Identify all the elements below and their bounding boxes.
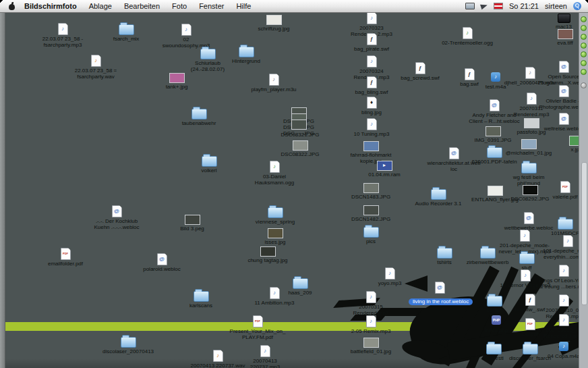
desktop-icon[interactable]: ♪20070315 Rendered.mp3 — [340, 291, 402, 316]
desktop-icon[interactable]: tank+.jpg — [146, 71, 208, 90]
airport-menu-icon[interactable] — [480, 3, 488, 10]
desktop-icon[interactable]: PDFPresent_Your_Mix_on_ PLAY.FM.pdf — [227, 315, 289, 340]
desktop-icon[interactable]: volkerl — [178, 154, 240, 174]
menu-app-bildschirmfoto[interactable]: Bildschirmfoto — [22, 0, 83, 12]
desktop-icon[interactable]: chung tagtag.jpg — [237, 244, 299, 263]
desktop-icon[interactable]: ♪20070413 220737.mp3 — [234, 345, 296, 368]
image-thumbnail-icon — [524, 118, 539, 128]
desktop-icon[interactable]: ♪02-Trentemoeller.ogg — [436, 27, 498, 46]
icon-label: 10 Vernor Vinge.mp3 — [494, 282, 556, 288]
menu-clock[interactable]: So 21:21 — [509, 2, 539, 10]
desktop-icon[interactable]: ƒbag_bling.swf — [341, 76, 403, 95]
desktop-icon[interactable]: ♪03-Daniel Hauksmann.ogg — [243, 161, 305, 186]
desktop-icon[interactable]: isses.jpg — [244, 226, 306, 245]
folder-icon — [121, 337, 136, 348]
spotlight-icon[interactable] — [573, 2, 581, 10]
desktop-icon[interactable]: fsarch_mix — [95, 22, 157, 42]
ram-file-icon: ▸ — [377, 161, 392, 171]
status-dot — [581, 51, 587, 57]
folder-icon — [521, 163, 537, 174]
mp3-file-icon: ♪ — [527, 93, 537, 105]
desktop-icon[interactable]: ♪playfm_player.m3u — [243, 74, 305, 93]
desktop-icon[interactable]: PDFemailfolder.pdf — [34, 248, 96, 267]
mp3-file-icon: ♪ — [366, 291, 376, 303]
swf-file-icon: ƒ — [415, 62, 425, 74]
desktop-icon[interactable]: DSCN1483.JPG — [340, 181, 402, 200]
folder-icon — [194, 291, 209, 302]
desktop-icon[interactable]: discolaser_20070413 — [97, 335, 159, 354]
wav-file-icon: ♪ — [91, 55, 101, 67]
desktop-icon[interactable]: taubenabwehr — [168, 107, 230, 126]
desktop-icon[interactable]: pics — [340, 225, 402, 244]
desktop-icon[interactable]: battlefield_01.jpg — [340, 336, 402, 354]
icon-label: emailfolder.pdf — [34, 261, 96, 267]
desktop-icon[interactable]: DSC08322.JPG — [269, 138, 331, 157]
desktop-icon[interactable]: karlscans — [170, 289, 232, 309]
image-thumbnail-icon — [185, 215, 200, 225]
screen-corner — [583, 0, 588, 5]
desktop-icon[interactable]: DSC08321.JPG — [269, 131, 331, 138]
icon-label: Present_Your_Mix_on_ PLAY.FM.pdf — [227, 328, 289, 340]
icon-label: fsarch_mix — [95, 36, 157, 42]
desktop-icon[interactable]: ♪22.03.07 23_58 - fsarchparty.mp3 — [32, 23, 94, 48]
desktop-icon[interactable]: ƒbag_pirate.swf — [341, 33, 403, 52]
menu-item-hilfe[interactable]: Hilfe — [230, 2, 257, 10]
icon-label: 20070315 Rendered.mp3 — [340, 304, 402, 316]
apple-menu-icon[interactable] — [9, 3, 15, 10]
icon-label: 03-Daniel Hauksmann.ogg — [243, 174, 305, 186]
webloc-file-icon: @ — [449, 147, 459, 159]
desktop-icon[interactable]: ♪22.03.07 23_58 = fsarchparty.wav — [65, 55, 127, 80]
icon-label: Hintergrund — [215, 58, 277, 64]
desktop-icon[interactable]: ♦bling.jpg — [341, 97, 403, 115]
icon-label: battlefield_01.jpg — [340, 348, 402, 354]
folder-icon — [431, 189, 446, 200]
icon-label: karlscans — [170, 303, 232, 309]
background-window-right-edge[interactable] — [579, 12, 588, 368]
application-icon — [558, 14, 570, 23]
icon-label: 02-Trentemoeller.ogg — [436, 40, 498, 46]
desktop-icon[interactable]: ♪10 Tuning.mp3 — [341, 118, 403, 137]
wav-file-icon: ♪ — [213, 350, 223, 362]
desktop-icon[interactable]: @living in the roof.webloc — [409, 282, 471, 306]
menu-item-fenster[interactable]: Fenster — [193, 2, 230, 10]
desktop-icon[interactable]: viennese_spring — [244, 205, 306, 225]
desktop-icon[interactable]: Audio Recorder 3.1 — [407, 187, 469, 207]
desktop-icon[interactable]: @polaroid.webloc — [131, 253, 193, 272]
desktop-icon[interactable]: ♪2-05 Remix.mp3 — [340, 315, 402, 334]
desktop-icon[interactable]: Bild 3.peg — [161, 213, 223, 232]
screen-corner — [0, 0, 5, 5]
mp3-file-icon: ♪ — [559, 294, 569, 307]
menu-item-bearbeiten[interactable]: Bearbeiten — [118, 2, 166, 10]
menu-item-foto[interactable]: Foto — [166, 2, 193, 10]
mp3-file-icon: ♪ — [367, 55, 377, 68]
icon-label: 22.03.07 23_58 = fsarchparty.wav — [65, 68, 127, 80]
scrollbar[interactable] — [581, 162, 587, 305]
desktop-icon[interactable]: schriftzug.jpg — [243, 13, 305, 32]
menu-item-ablage[interactable]: Ablage — [83, 2, 118, 10]
mp3-file-icon: ♪ — [520, 230, 530, 242]
image-thumbnail-icon — [260, 246, 276, 257]
status-dot-offline — [581, 82, 587, 88]
icon-label: 20070413 220737.mp3 — [234, 358, 296, 368]
mp3-file-icon: ♪ — [366, 315, 376, 327]
mp3-file-icon: ♪ — [367, 12, 377, 24]
image-thumbnail-icon — [268, 228, 283, 238]
displays-menu-icon[interactable] — [465, 3, 475, 9]
icon-label: 22.03.07 23_58 - fsarchparty.mp3 — [32, 36, 94, 48]
icon-label: bag_pirate.swf — [341, 46, 403, 52]
desktop-icon[interactable]: ♪djhell_20060425.m3u — [499, 67, 561, 86]
keyboard-flag-icon[interactable] — [494, 3, 503, 9]
desktop-icon[interactable]: ♪11 Ambition.mp3 — [243, 287, 305, 306]
desktop-icon[interactable]: ♪02 swoundosophy.mp3 — [155, 24, 217, 49]
fast-user-switch-name[interactable]: sirteen — [545, 2, 567, 10]
background-window-left-edge — [0, 12, 5, 368]
desktop-icon[interactable]: @.-.-. Der Kochklub Kuehn .-.-.-.webloc — [86, 205, 148, 230]
m4a-file-icon: ♪ — [559, 342, 568, 351]
webloc-file-icon: @ — [524, 212, 534, 224]
desktop-icon[interactable]: Hintergrund — [215, 45, 277, 64]
icon-label: bag_bling.swf — [341, 89, 403, 95]
desktop-icon[interactable]: ♪10 Vernor Vinge.mp3 — [494, 269, 556, 288]
menu-items: AblageBearbeitenFotoFensterHilfe — [83, 0, 258, 12]
desktop-icon[interactable]: ▸01.04.rm.ram — [353, 159, 415, 178]
desktop-icon[interactable]: DSCN1482.JPG — [340, 203, 402, 222]
